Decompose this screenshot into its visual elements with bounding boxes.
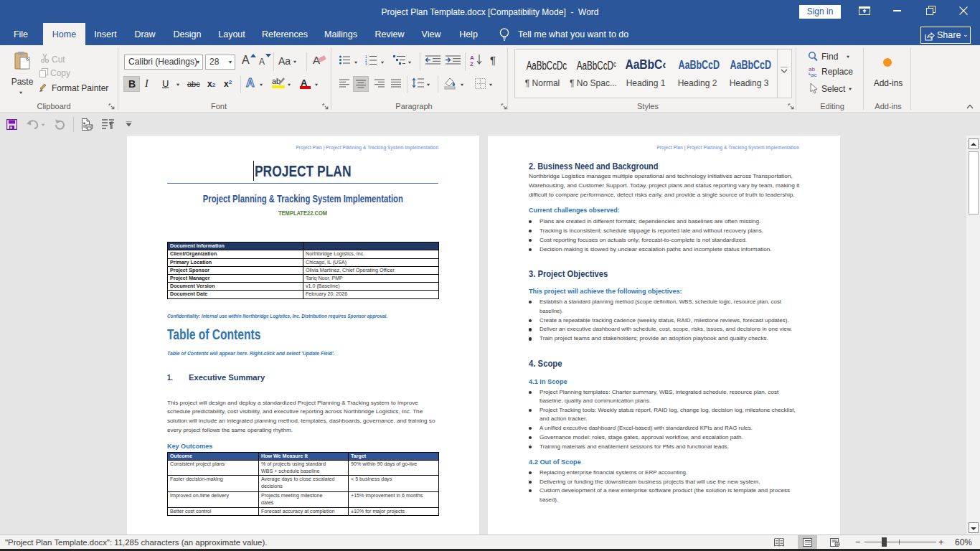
svg-text:ac: ac xyxy=(811,72,816,77)
svg-text:A: A xyxy=(470,55,474,61)
svg-text:3: 3 xyxy=(365,62,367,65)
svg-text:Z: Z xyxy=(470,61,473,66)
